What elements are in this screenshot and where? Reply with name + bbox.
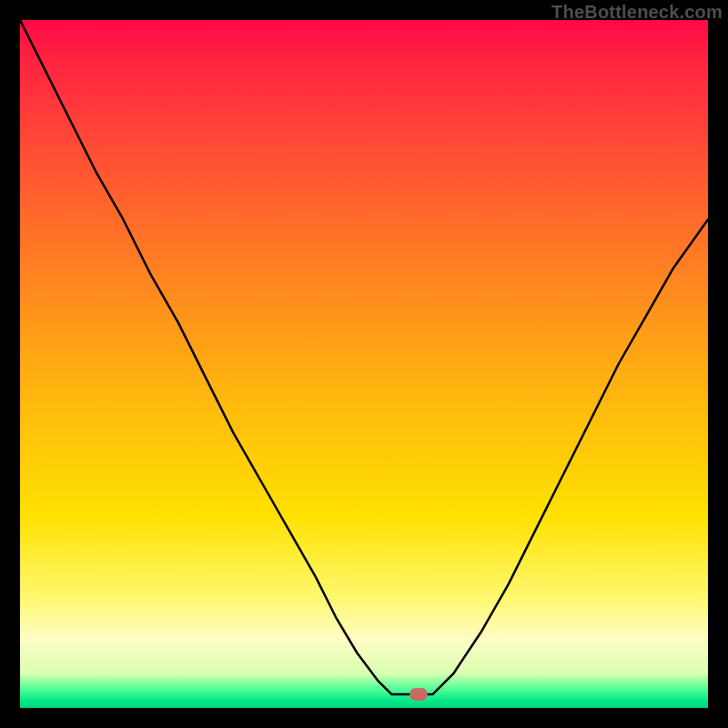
plot-area — [20, 20, 708, 708]
bottleneck-curve — [20, 20, 708, 708]
attribution-text: TheBottleneck.com — [551, 2, 723, 23]
chart-frame: TheBottleneck.com — [0, 0, 728, 728]
curve-path — [20, 20, 708, 694]
optimum-marker — [410, 688, 428, 701]
